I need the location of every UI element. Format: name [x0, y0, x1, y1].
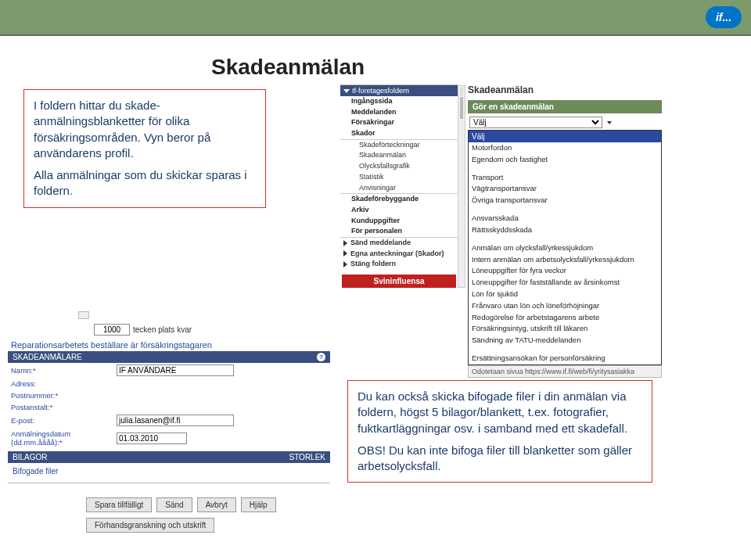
form-row: E-post: [8, 413, 330, 428]
field-label: Postanstalt:* [11, 403, 117, 411]
note-box-1: I foldern hittar du skade-anmälningsblan… [23, 89, 266, 208]
dropdown-item[interactable]: Redogörelse för arbetstagarens arbete [469, 312, 661, 324]
sidebar-actions: Sänd meddelande Egna anteckningar (Skado… [340, 238, 458, 270]
sidebar-item[interactable]: För personalen [340, 226, 458, 238]
send-button[interactable]: Sänd [156, 497, 192, 512]
note1-p1: I foldern hittar du skade-anmälningsblan… [34, 98, 256, 161]
dropdown-item[interactable]: Vägtransportansvar [469, 183, 661, 195]
sidebar-item[interactable]: Kunduppgifter [340, 216, 458, 227]
dropdown-separator [469, 236, 661, 242]
dropdown-item[interactable]: Egendom och fastighet [469, 154, 661, 166]
action-label: Stäng foldern [350, 260, 396, 269]
sidebar-subitem[interactable]: Skadeförteckningar [340, 140, 458, 151]
help-button[interactable]: Hjälp [241, 497, 276, 512]
save-draft-button[interactable]: Spara tillfälligt [86, 497, 152, 512]
sidebar-item[interactable]: Skador [340, 128, 458, 140]
form-top-note: Reparationsarbetets beställare är försäk… [11, 340, 330, 350]
logo: if... [706, 6, 742, 28]
triangle-right-icon [343, 261, 347, 267]
section-header-skadeanmalare: SKADEANMÄLARE ? [8, 351, 330, 363]
form-row: Postanstalt:* [8, 401, 330, 413]
dropdown-item[interactable]: Transport [469, 172, 661, 184]
sidebar-action[interactable]: Stäng foldern [340, 259, 458, 270]
dropdown-head: Välj [469, 131, 661, 142]
dropdown-item[interactable]: Ersättningsansökan för personförsäkring [469, 353, 661, 364]
section-header-bilagor: BILAGOR STORLEK [8, 451, 330, 463]
field-label: E-post: [11, 416, 117, 425]
field-label: Anmälningsdatum (dd.mm.åååå):* [11, 429, 117, 447]
section-header-right: STORLEK [289, 453, 326, 461]
button-row-2: Förhandsgranskning och utskrift [86, 518, 214, 533]
panel-heading: Skadeanmälan [468, 84, 662, 95]
dropdown-item[interactable]: Frånvaro utan lön och löneförhöjningar [469, 300, 661, 312]
sidebar-subitem[interactable]: Olycksfallsgrafik [340, 161, 458, 172]
sidebar-item[interactable]: Meddelanden [340, 107, 458, 118]
action-label: Egna anteckningar (Skador) [350, 249, 444, 259]
slide-title: Skadeanmälan [211, 55, 365, 80]
folder-sidebar: If-foretagesfoldern Ingångssida Meddelan… [340, 84, 458, 288]
sidebar-subitem[interactable]: Statistik [340, 172, 458, 183]
note2-p1: Du kan också skicka bifogade filer i din… [358, 389, 642, 436]
chevron-down-icon [607, 121, 612, 124]
dropdown-item[interactable]: Löneuppgifter för fastställande av årsin… [469, 277, 661, 289]
chevron-down-icon [343, 89, 350, 93]
sidebar-action[interactable]: Sänd meddelande [340, 238, 458, 249]
char-counter: tecken plats kvar [94, 324, 330, 336]
header-rule [0, 34, 751, 36]
dropdown-item[interactable]: Ansvarsskada [469, 213, 661, 224]
divider [8, 483, 330, 483]
form-row: Anmälningsdatum (dd.mm.åååå):* [8, 428, 330, 448]
date-input[interactable] [117, 433, 187, 444]
sidebar-item[interactable]: Försäkringar [340, 117, 458, 128]
name-input[interactable] [117, 364, 234, 376]
sidebar-item[interactable]: Arkiv [340, 205, 458, 216]
triangle-right-icon [343, 250, 347, 257]
alert-banner[interactable]: Svininfluensa [342, 275, 456, 288]
dropdown-item[interactable]: Lön för sjuktid [469, 289, 661, 300]
char-count-label: tecken plats kvar [133, 325, 192, 334]
sidebar-subitem[interactable]: Anvisningar [340, 183, 458, 195]
dropdown-item[interactable]: Försäkringsintyg, utskrift till läkaren [469, 323, 661, 335]
dropdown-item[interactable]: Rättsskyddsskada [469, 224, 661, 236]
section-header-label: SKADEANMÄLARE [13, 353, 82, 361]
dropdown-separator [469, 346, 661, 353]
dropdown-item[interactable]: Sändning av TATU-meddelanden [469, 335, 661, 346]
cancel-button[interactable]: Avbryt [197, 497, 236, 512]
report-form: tecken plats kvar Reparationsarbetets be… [8, 321, 330, 486]
category-select[interactable]: Välj [469, 117, 602, 128]
dropdown-item[interactable]: Intern anmälan om arbetsolycksfall/yrkes… [469, 254, 661, 266]
email-input[interactable] [117, 415, 234, 426]
sidebar-subitem[interactable]: Skadeanmälan [340, 150, 458, 161]
dropdown-item[interactable]: Motorfordon [469, 142, 661, 154]
note1-p2: Alla anmälningar som du skickar sparas i… [34, 167, 256, 199]
status-bar: Odotetaan sivua https://www.if.fi/web/fi… [468, 365, 662, 378]
scrollbar[interactable] [458, 85, 465, 288]
dropdown-item[interactable]: Anmälan om olycksfall/yrkessjukdom [469, 242, 661, 254]
char-count-field[interactable] [94, 324, 130, 336]
form-row: Adress: [8, 378, 330, 389]
help-icon[interactable]: ? [317, 353, 325, 361]
skadeanmalan-panel: Skadeanmälan Gör en skadeanmälan Välj Vä… [468, 84, 662, 378]
button-row-1: Spara tillfälligt Sänd Avbryt Hjälp [86, 497, 276, 512]
dropdown-separator [469, 166, 661, 172]
sidebar-header[interactable]: If-foretagesfoldern [340, 85, 458, 96]
dropdown-separator [469, 206, 661, 213]
sidebar-item[interactable]: Ingångssida [340, 96, 458, 107]
select-row: Välj [468, 113, 662, 130]
note-box-2: Du kan också skicka bifogade filer i din… [347, 380, 652, 483]
field-label: Adress: [11, 379, 117, 388]
form-row: Postnummer:* [8, 389, 330, 401]
attach-files-link[interactable]: Bifogade filer [8, 463, 330, 479]
field-label: Postnummer:* [11, 391, 117, 400]
scroll-thumb[interactable] [78, 311, 89, 319]
triangle-right-icon [343, 240, 347, 246]
dropdown-item[interactable]: Övriga transportansvar [469, 195, 661, 206]
preview-print-button[interactable]: Förhandsgranskning och utskrift [86, 518, 214, 533]
sidebar-item[interactable]: Skadeförebyggande [340, 194, 458, 205]
category-dropdown-open: Välj Motorfordon Egendom och fastighet T… [468, 130, 662, 365]
note2-p2: OBS! Du kan inte bifoga filer till blank… [358, 443, 642, 475]
sidebar-list: Ingångssida Meddelanden Försäkringar Ska… [340, 96, 458, 238]
dropdown-item[interactable]: Löneuppgifter för fyra veckor [469, 265, 661, 277]
action-label: Sänd meddelande [350, 239, 411, 248]
sidebar-action[interactable]: Egna anteckningar (Skador) [340, 249, 458, 260]
